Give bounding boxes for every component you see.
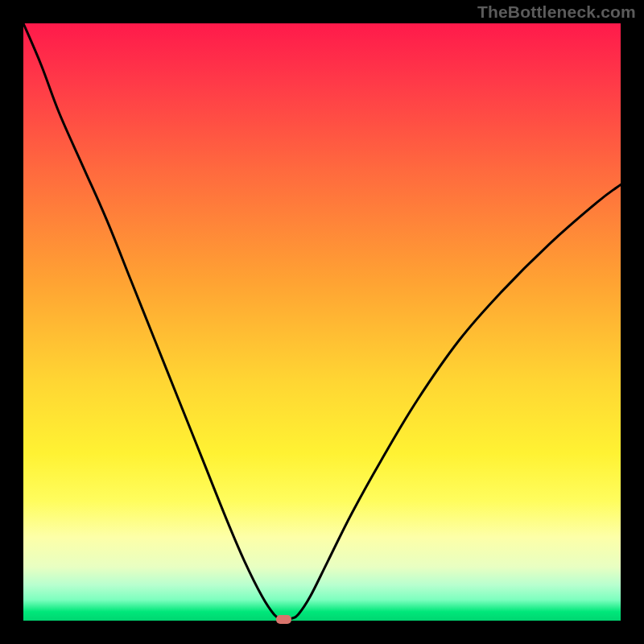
attribution-text: TheBottleneck.com [477, 2, 636, 22]
plot-area [23, 23, 621, 621]
optimum-marker [276, 615, 291, 624]
bottleneck-curve [23, 23, 621, 620]
curve-svg [23, 23, 621, 621]
chart-container: TheBottleneck.com [0, 0, 644, 644]
